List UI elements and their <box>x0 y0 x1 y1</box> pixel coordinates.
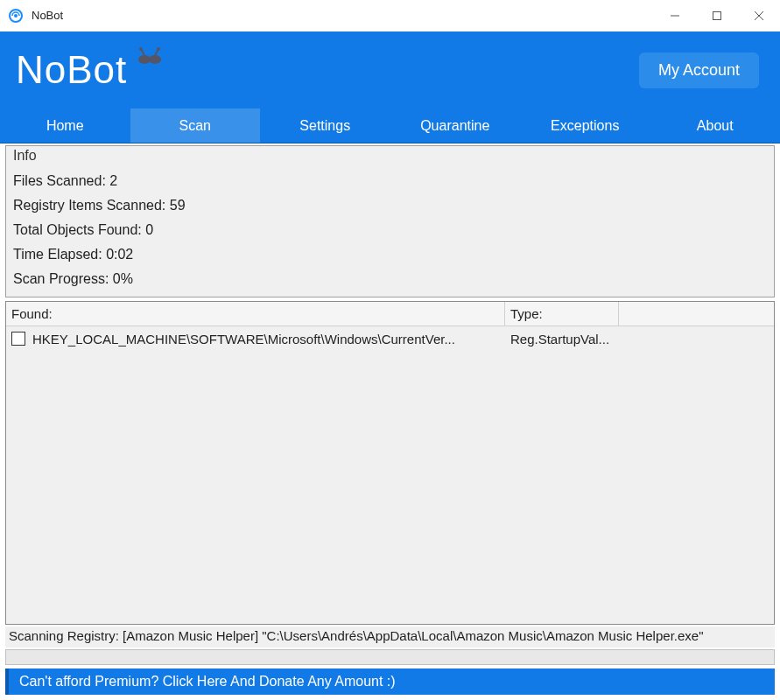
info-panel: Info Files Scanned: 2 Registry Items Sca… <box>5 145 775 298</box>
row-checkbox[interactable] <box>11 332 25 346</box>
results-panel: Found: Type: HKEY_LOCAL_MACHINE\SOFTWARE… <box>5 301 775 625</box>
maximize-button[interactable] <box>696 0 738 32</box>
window-controls <box>654 0 780 31</box>
column-found[interactable]: Found: <box>6 302 505 326</box>
donate-banner[interactable]: Can't afford Premium? Click Here And Don… <box>5 668 775 695</box>
table-row[interactable]: HKEY_LOCAL_MACHINE\SOFTWARE\Microsoft\Wi… <box>6 326 774 351</box>
registry-scanned-value: 59 <box>170 198 186 213</box>
registry-scanned-row: Registry Items Scanned: 59 <box>13 193 767 218</box>
svg-point-7 <box>149 55 161 64</box>
row-found-text: HKEY_LOCAL_MACHINE\SOFTWARE\Microsoft\Wi… <box>32 332 505 346</box>
files-scanned-value: 2 <box>109 173 117 188</box>
time-elapsed-value: 0:02 <box>106 247 133 262</box>
total-found-label: Total Objects Found: <box>13 222 142 237</box>
scan-progress-label: Scan Progress: <box>13 271 109 286</box>
results-body: HKEY_LOCAL_MACHINE\SOFTWARE\Microsoft\Wi… <box>6 326 774 624</box>
results-header: Found: Type: <box>6 302 774 326</box>
column-type[interactable]: Type: <box>505 302 619 326</box>
donate-banner-text: Can't afford Premium? Click Here And Don… <box>19 674 396 690</box>
titlebar: NoBot <box>0 0 780 32</box>
total-found-value: 0 <box>145 222 153 237</box>
minimize-button[interactable] <box>654 0 696 32</box>
svg-point-11 <box>157 47 160 51</box>
scan-progress-value: 0% <box>113 271 133 286</box>
tab-home[interactable]: Home <box>0 108 130 143</box>
window-title: NoBot <box>32 9 654 22</box>
files-scanned-label: Files Scanned: <box>13 173 106 188</box>
svg-point-6 <box>138 55 151 64</box>
info-title: Info <box>13 148 767 164</box>
time-elapsed-row: Time Elapsed: 0:02 <box>13 242 767 267</box>
files-scanned-row: Files Scanned: 2 <box>13 169 767 193</box>
registry-scanned-label: Registry Items Scanned: <box>13 198 165 213</box>
logo: NoBot <box>16 48 165 92</box>
svg-point-10 <box>139 47 143 51</box>
total-found-row: Total Objects Found: 0 <box>13 218 767 242</box>
scan-progress-row: Scan Progress: 0% <box>13 267 767 291</box>
svg-point-1 <box>14 14 18 18</box>
app-icon <box>7 7 25 24</box>
tab-scan[interactable]: Scan <box>130 108 261 143</box>
tab-quarantine[interactable]: Quarantine <box>390 108 521 143</box>
logo-text: NoBot <box>16 48 127 92</box>
tab-about[interactable]: About <box>650 108 781 143</box>
my-account-button[interactable]: My Account <box>639 52 759 88</box>
svg-rect-3 <box>713 12 721 20</box>
progress-bar <box>5 649 775 665</box>
tab-settings[interactable]: Settings <box>260 108 390 143</box>
tab-exceptions[interactable]: Exceptions <box>520 108 650 143</box>
row-type-text: Reg.StartupVal... <box>505 332 609 346</box>
scan-status: Scanning Registry: [Amazon Music Helper]… <box>5 626 775 648</box>
close-button[interactable] <box>738 0 780 32</box>
time-elapsed-label: Time Elapsed: <box>13 247 102 262</box>
column-spacer <box>619 302 774 326</box>
bot-icon <box>134 44 165 79</box>
nav-tabs: Home Scan Settings Quarantine Exceptions… <box>0 108 780 144</box>
header: NoBot My Account <box>0 32 780 108</box>
